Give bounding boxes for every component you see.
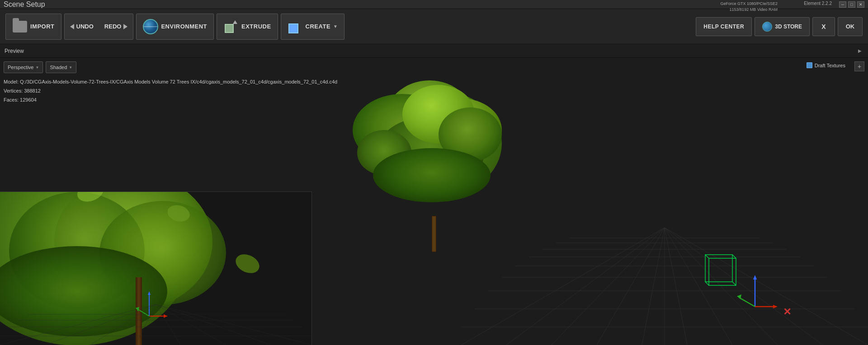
svg-line-48	[156, 304, 271, 345]
svg-line-45	[136, 304, 156, 345]
maximize-button[interactable]: □	[848, 1, 855, 8]
titlebar-controls: ─ □ ✕	[839, 1, 864, 8]
svg-line-24	[705, 282, 709, 285]
svg-rect-21	[709, 258, 736, 285]
svg-line-30	[739, 298, 755, 307]
svg-line-12	[597, 228, 665, 345]
svg-line-10	[506, 228, 665, 345]
svg-line-23	[732, 255, 736, 258]
viewport-left-thumbnail[interactable]	[0, 191, 312, 345]
perspective-dropdown-arrow: ▼	[35, 65, 39, 70]
ground-grid-left	[0, 291, 311, 345]
svg-marker-29	[773, 305, 778, 308]
svg-line-46	[156, 304, 181, 345]
svg-line-22	[705, 255, 709, 258]
ok-button[interactable]: OK	[838, 17, 863, 36]
x-button[interactable]: X	[812, 17, 835, 36]
extrude-button[interactable]: EXTRUDE	[217, 14, 278, 40]
svg-rect-20	[705, 255, 732, 282]
perspective-dropdown[interactable]: Perspective ▼	[4, 61, 43, 73]
create-dropdown-arrow: ▼	[333, 24, 338, 29]
axis-gizmo	[732, 273, 769, 309]
shaded-dropdown[interactable]: Shaded ▼	[46, 61, 76, 73]
viewport-controls: Perspective ▼ Shaded ▼	[4, 61, 76, 73]
close-button[interactable]: ✕	[857, 1, 864, 8]
store-button[interactable]: 3D STORE	[755, 17, 810, 36]
environment-icon	[143, 19, 158, 34]
preview-bar: Preview ▶	[0, 44, 868, 58]
undo-button[interactable]: UNDO	[65, 14, 99, 40]
model-vertices-row: Vertices: 388812	[4, 87, 337, 96]
extrude-icon	[223, 19, 239, 34]
draft-textures-checkbox[interactable]	[807, 62, 812, 68]
trunk-main	[432, 216, 436, 252]
svg-line-49	[156, 304, 312, 345]
window-title: Scene Setup	[4, 0, 45, 9]
viewport-plus-button[interactable]: +	[854, 61, 864, 71]
model-faces-row: Faces: 129604	[4, 96, 337, 105]
svg-line-11	[552, 228, 665, 345]
foliage-main	[348, 80, 520, 220]
preview-expand-button[interactable]: ▶	[856, 47, 863, 55]
svg-line-15	[665, 228, 687, 345]
x-axis-marker: ✕	[783, 306, 791, 318]
gpu-info: GeForce GTX 1080/PCIe/SSE2 1153/8192 MB …	[720, 1, 778, 12]
preview-label: Preview	[5, 48, 24, 54]
svg-marker-27	[753, 275, 757, 280]
toolbar: IMPORT UNDO REDO ENVIRONMENT EXTRUDE	[0, 9, 868, 44]
toolbar-right: HELP CENTER 3D STORE X OK	[696, 17, 863, 36]
create-icon	[288, 19, 303, 34]
store-globe-icon	[762, 22, 772, 32]
redo-arrow-icon	[123, 24, 127, 29]
svg-line-47	[156, 304, 226, 345]
draft-textures-control[interactable]: Draft Textures	[807, 62, 845, 68]
help-center-button[interactable]: HELP CENTER	[696, 17, 752, 36]
svg-line-13	[642, 228, 665, 345]
element-version: Element 2.2.2	[804, 1, 832, 6]
model-info: Model: Q:/3D/CGAxis-Models-Volume-72-Tre…	[4, 78, 337, 104]
shaded-dropdown-arrow: ▼	[69, 65, 72, 70]
undo-redo-group: UNDO REDO	[64, 14, 134, 40]
model-path-row: Model: Q:/3D/CGAxis-Models-Volume-72-Tre…	[4, 78, 337, 87]
svg-line-42	[0, 304, 156, 345]
svg-line-43	[45, 304, 156, 345]
import-button[interactable]: IMPORT	[5, 14, 61, 40]
redo-button[interactable]: REDO	[99, 14, 133, 40]
create-button[interactable]: CREATE ▼	[281, 14, 345, 40]
environment-button[interactable]: ENVIRONMENT	[136, 14, 214, 40]
titlebar: Scene Setup GeForce GTX 1080/PCIe/SSE2 1…	[0, 0, 868, 9]
import-icon	[12, 19, 28, 34]
svg-line-9	[461, 228, 665, 345]
viewport-container: ✕	[0, 58, 868, 345]
ground-grid-main	[461, 200, 868, 345]
minimize-button[interactable]: ─	[839, 1, 846, 8]
undo-arrow-icon	[70, 24, 74, 29]
